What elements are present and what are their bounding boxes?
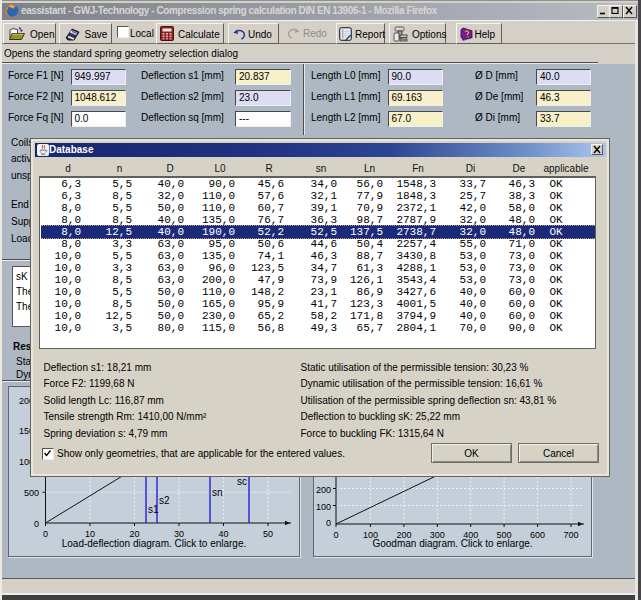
svg-text:200: 200 xyxy=(316,485,331,495)
svg-text:0: 0 xyxy=(34,519,39,529)
svg-text:s2: s2 xyxy=(159,495,170,506)
svg-text:100: 100 xyxy=(316,502,331,512)
svg-text:s1: s1 xyxy=(148,504,159,515)
svg-text:sc: sc xyxy=(237,476,247,487)
svg-text:500: 500 xyxy=(24,488,39,498)
svg-text:sn: sn xyxy=(212,487,223,498)
svg-text:0: 0 xyxy=(326,518,331,528)
